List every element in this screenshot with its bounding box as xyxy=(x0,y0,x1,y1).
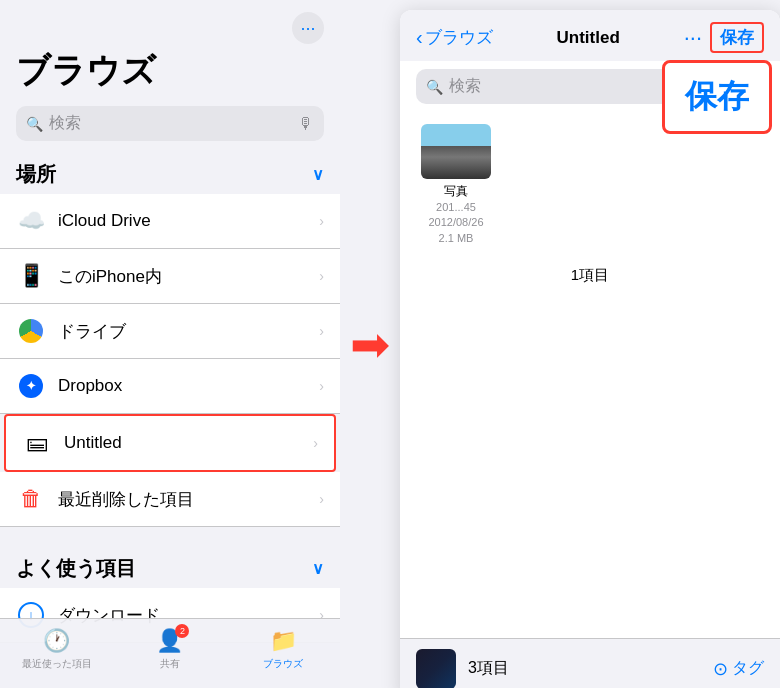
folder-icon: 📁 xyxy=(270,628,297,654)
places-collapse-icon[interactable]: ∨ xyxy=(312,165,324,184)
tab-recents[interactable]: 🕐 最近使った項目 xyxy=(0,628,113,679)
save-popup-text: 保存 xyxy=(685,78,749,114)
drive-item[interactable]: ドライブ › xyxy=(0,304,340,359)
search-bar[interactable]: 🔍 検索 🎙 xyxy=(16,106,324,141)
right-content: 写真 201...45 2012/08/26 2.1 MB 1項目 xyxy=(400,112,780,638)
section-gap xyxy=(0,527,340,551)
dropbox-label: Dropbox xyxy=(58,376,319,396)
nav-more-button[interactable]: ··· xyxy=(684,25,702,51)
places-title: 場所 xyxy=(16,161,56,188)
drive-label: ドライブ xyxy=(58,320,319,343)
tab-bar: 🕐 最近使った項目 👤 2 共有 📁 ブラウズ xyxy=(0,618,340,688)
right-panel: ‹ ブラウズ Untitled ··· 保存 🔍 検索 写真 201...45 … xyxy=(400,10,780,688)
more-button[interactable]: ··· xyxy=(292,12,324,44)
tab-shared-label: 共有 xyxy=(160,657,180,671)
back-label: ブラウズ xyxy=(425,26,493,49)
road-thumbnail xyxy=(421,124,491,179)
tag-button[interactable]: ⊙ タグ xyxy=(713,658,764,680)
microphone-icon[interactable]: 🎙 xyxy=(298,115,314,133)
icloud-drive-item[interactable]: ☁️ iCloud Drive › xyxy=(0,194,340,249)
drive-icon xyxy=(16,316,46,346)
folder-thumbnail xyxy=(416,649,456,689)
chevron-right-icon: › xyxy=(319,323,324,339)
browse-title: ブラウズ xyxy=(0,44,340,106)
right-arrow-icon: ➡ xyxy=(350,316,390,372)
right-search-icon: 🔍 xyxy=(426,79,443,95)
chevron-right-icon: › xyxy=(319,213,324,229)
bottom-folder-bar[interactable]: 3項目 ⊙ タグ xyxy=(400,638,780,688)
file-meta2: 2012/08/26 xyxy=(428,215,483,230)
file-thumbnail xyxy=(421,124,491,179)
right-search-placeholder: 検索 xyxy=(449,76,481,97)
favorites-title: よく使う項目 xyxy=(16,555,136,582)
folder-item-count: 3項目 xyxy=(468,658,701,679)
iphone-icon: 📱 xyxy=(16,261,46,291)
search-placeholder-text: 検索 xyxy=(49,113,292,134)
favorites-section-header: よく使う項目 ∨ xyxy=(0,551,340,588)
left-scroll-area: 場所 ∨ ☁️ iCloud Drive › 📱 このiPhone内 › ドライ… xyxy=(0,157,340,688)
places-section-header: 場所 ∨ xyxy=(0,157,340,194)
dropbox-icon: ✦ xyxy=(16,371,46,401)
back-chevron-icon: ‹ xyxy=(416,26,423,49)
trash-icon: 🗑 xyxy=(16,484,46,514)
item-count-label: 1項目 xyxy=(416,266,764,285)
arrow-container: ➡ xyxy=(340,0,400,688)
untitled-label: Untitled xyxy=(64,433,313,453)
clock-icon: 🕐 xyxy=(43,628,70,654)
tab-shared[interactable]: 👤 2 共有 xyxy=(113,628,226,679)
file-item[interactable]: 写真 201...45 2012/08/26 2.1 MB xyxy=(416,124,496,246)
icloud-icon: ☁️ xyxy=(16,206,46,236)
save-popup: 保存 xyxy=(662,60,772,134)
tag-label: タグ xyxy=(732,658,764,679)
save-button-nav[interactable]: 保存 xyxy=(710,22,764,53)
shared-badge-container: 👤 2 xyxy=(156,628,183,654)
iphone-item[interactable]: 📱 このiPhone内 › xyxy=(0,249,340,304)
file-meta1: 201...45 xyxy=(436,200,476,215)
shared-badge: 2 xyxy=(175,624,189,638)
chevron-right-icon: › xyxy=(319,491,324,507)
chevron-right-icon: › xyxy=(319,378,324,394)
untitled-item[interactable]: 🖴 Untitled › xyxy=(4,414,336,472)
file-meta3: 2.1 MB xyxy=(439,231,474,246)
back-button[interactable]: ‹ ブラウズ xyxy=(416,26,493,49)
trash-item[interactable]: 🗑 最近削除した項目 › xyxy=(0,472,340,527)
icloud-drive-label: iCloud Drive xyxy=(58,211,319,231)
right-nav-bar: ‹ ブラウズ Untitled ··· 保存 xyxy=(400,10,780,61)
left-panel: ··· ブラウズ 🔍 検索 🎙 場所 ∨ ☁️ iCloud Drive › 📱… xyxy=(0,0,340,688)
favorites-collapse-icon[interactable]: ∨ xyxy=(312,559,324,578)
tab-browse-label: ブラウズ xyxy=(263,657,303,671)
chevron-right-icon: › xyxy=(319,268,324,284)
dropbox-item[interactable]: ✦ Dropbox › xyxy=(0,359,340,414)
file-name: 写真 xyxy=(444,183,468,200)
tab-browse[interactable]: 📁 ブラウズ xyxy=(227,628,340,679)
nav-title: Untitled xyxy=(501,28,676,48)
tab-recents-label: 最近使った項目 xyxy=(22,657,92,671)
left-header: ··· xyxy=(0,0,340,44)
tag-icon: ⊙ xyxy=(713,658,728,680)
harddisk-icon: 🖴 xyxy=(22,428,52,458)
iphone-label: このiPhone内 xyxy=(58,265,319,288)
search-icon: 🔍 xyxy=(26,116,43,132)
trash-label: 最近削除した項目 xyxy=(58,488,319,511)
chevron-right-icon: › xyxy=(313,435,318,451)
